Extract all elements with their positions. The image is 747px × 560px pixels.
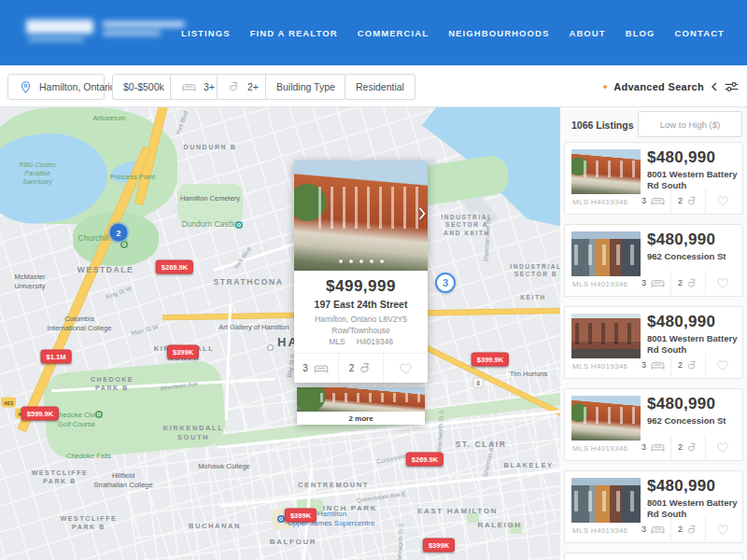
listing-mls: MLS H4019346 bbox=[572, 526, 627, 535]
heart-icon bbox=[716, 524, 729, 536]
listing-baths: 2 bbox=[670, 353, 705, 377]
popup-beds: 3 bbox=[294, 354, 338, 383]
nav-link-blog[interactable]: BLOG bbox=[626, 28, 655, 38]
price-marker[interactable]: $399K bbox=[423, 539, 455, 553]
sort-dropdown[interactable]: Low to High ($) bbox=[638, 111, 742, 137]
category-filter-label: Residential bbox=[356, 81, 404, 92]
filter-bar: Hamilton, Ontario $0-$500k 3+ 2+ Buildin… bbox=[0, 65, 747, 107]
listing-card[interactable]: $480,990 MLS H4019346 3 2 bbox=[564, 553, 743, 560]
listing-address: 962 Concession St bbox=[647, 251, 742, 262]
app-root: LISTINGSFIND A REALTORCOMMERCIALNEIGHBOU… bbox=[0, 0, 747, 560]
more-listings-strip[interactable]: 2 more bbox=[297, 387, 425, 425]
listing-beds: 3 bbox=[637, 271, 670, 295]
popup-favorite[interactable] bbox=[383, 354, 428, 383]
walmart-pin-icon bbox=[277, 515, 285, 523]
nav-link-commercial[interactable]: COMMERCIAL bbox=[358, 28, 429, 38]
nav-link-listings[interactable]: LISTINGS bbox=[181, 28, 231, 38]
price-marker[interactable]: $399.9K bbox=[472, 353, 509, 367]
price-marker[interactable]: $399K bbox=[167, 345, 199, 359]
listing-favorite[interactable] bbox=[705, 271, 740, 295]
building-type-label: Building Type bbox=[276, 81, 335, 92]
listings-count: 1066 Listings bbox=[571, 119, 634, 131]
listing-beds: 3 bbox=[637, 435, 670, 459]
nav-link-contact[interactable]: CONTACT bbox=[675, 28, 725, 38]
heart-icon bbox=[716, 277, 729, 289]
park-small bbox=[467, 513, 479, 523]
sort-dropdown-value: Low to High ($) bbox=[660, 119, 720, 130]
logo-subline bbox=[103, 31, 161, 35]
listing-baths: 2 bbox=[670, 271, 705, 295]
price-marker[interactable]: $269.9K bbox=[156, 260, 193, 274]
toilet-icon bbox=[686, 277, 698, 289]
heart-icon bbox=[716, 359, 729, 371]
bed-icon bbox=[650, 359, 666, 371]
listing-beds: 3 bbox=[637, 353, 670, 377]
listing-card[interactable]: $480,990 962 Concession St MLS H4019346 … bbox=[564, 388, 743, 461]
nav-link-neighbourhoods[interactable]: NEIGHBOURHOODS bbox=[448, 28, 549, 38]
accent-dot-icon bbox=[603, 85, 607, 89]
more-strip-label: 2 more bbox=[297, 412, 425, 425]
listing-favorite[interactable] bbox=[705, 517, 740, 541]
baths-filter-label: 2+ bbox=[247, 81, 259, 92]
bed-icon bbox=[181, 81, 197, 93]
listing-card[interactable]: $480,990 8001 Western Battery Rd South M… bbox=[564, 470, 743, 543]
listing-favorite[interactable] bbox=[705, 353, 740, 377]
price-marker[interactable]: $399K bbox=[285, 509, 317, 523]
nav-link-about[interactable]: ABOUT bbox=[569, 28, 605, 38]
map-pin-icon bbox=[120, 241, 128, 248]
listing-card[interactable]: $480,990 8001 Western Battery Rd South M… bbox=[564, 142, 743, 215]
park-small bbox=[510, 523, 522, 534]
cluster-marker-2[interactable]: 2 bbox=[110, 224, 128, 242]
map-canvas[interactable]: ArboretumYork BlvdDUNDURN BRBG Cootes Pa… bbox=[0, 107, 560, 560]
listing-price: $480,990 bbox=[647, 231, 715, 249]
popup-photo[interactable] bbox=[294, 161, 428, 271]
popup-city: Hamilton, Ontario L8V2Y5 bbox=[294, 314, 428, 325]
logo-tagline bbox=[103, 21, 185, 27]
listing-stats-row: 3 2 bbox=[637, 517, 740, 541]
location-filter[interactable]: Hamilton, Ontario bbox=[7, 74, 105, 100]
heart-icon bbox=[716, 441, 729, 454]
listing-favorite[interactable] bbox=[705, 435, 740, 459]
popup-mls: MLSH4019346 bbox=[294, 336, 428, 347]
listing-price: $480,990 bbox=[647, 395, 715, 413]
nav-link-find-a-realtor[interactable]: FIND A REALTOR bbox=[250, 28, 338, 38]
popup-baths: 2 bbox=[338, 354, 383, 383]
price-marker[interactable]: $599.9K bbox=[21, 407, 59, 421]
price-marker[interactable]: $269.9K bbox=[406, 453, 444, 467]
park-chedoke-golf bbox=[41, 359, 227, 460]
listing-card[interactable]: $480,990 8001 Western Battery Rd South M… bbox=[564, 306, 743, 379]
sliders-icon bbox=[724, 80, 740, 93]
beds-filter-label: 3+ bbox=[204, 81, 215, 92]
listing-baths: 2 bbox=[670, 435, 705, 459]
toilet-icon bbox=[359, 361, 373, 375]
bed-icon bbox=[313, 362, 330, 375]
popup-meta: Hamilton, Ontario L8V2Y5 Row/Townhouse M… bbox=[294, 314, 428, 347]
sidebar-header: 1066 Listings Low to High ($) bbox=[560, 107, 747, 142]
listings-list: $480,990 8001 Western Battery Rd South M… bbox=[560, 142, 747, 560]
listing-stats-row: 3 2 bbox=[637, 353, 740, 377]
popup-type: Row/Townhouse bbox=[294, 325, 428, 336]
route-shield-8: 8 bbox=[473, 378, 484, 388]
baths-filter[interactable]: 2+ bbox=[217, 74, 270, 100]
chevron-right-icon[interactable] bbox=[418, 207, 426, 224]
category-filter[interactable]: Residential bbox=[345, 74, 416, 100]
price-filter-label: $0-$500k bbox=[123, 81, 164, 92]
price-filter[interactable]: $0-$500k bbox=[112, 74, 176, 100]
location-pin-icon bbox=[19, 80, 33, 94]
popup-stats-row: 3 2 bbox=[294, 353, 428, 383]
toilet-icon bbox=[686, 524, 698, 536]
listings-sidebar: 1066 Listings Low to High ($) $480,990 8… bbox=[560, 107, 747, 560]
more-strip-photo bbox=[297, 387, 425, 412]
price-marker[interactable]: $1.1M bbox=[41, 350, 72, 364]
map-popup-card[interactable]: $499,999 197 East 24th Street Hamilton, … bbox=[294, 161, 428, 383]
bed-icon bbox=[650, 195, 666, 207]
carousel-dots[interactable] bbox=[294, 259, 428, 263]
listing-card[interactable]: $480,990 962 Concession St MLS H4019346 … bbox=[564, 224, 743, 297]
listing-mls: MLS H4019346 bbox=[572, 198, 627, 206]
building-type-filter[interactable]: Building Type bbox=[265, 74, 346, 100]
listing-beds: 3 bbox=[637, 189, 670, 213]
cluster-marker-3[interactable]: 3 bbox=[435, 273, 456, 293]
listing-favorite[interactable] bbox=[705, 189, 740, 213]
logo-mark bbox=[26, 20, 93, 34]
advanced-search-toggle[interactable]: Advanced Search bbox=[603, 74, 740, 100]
